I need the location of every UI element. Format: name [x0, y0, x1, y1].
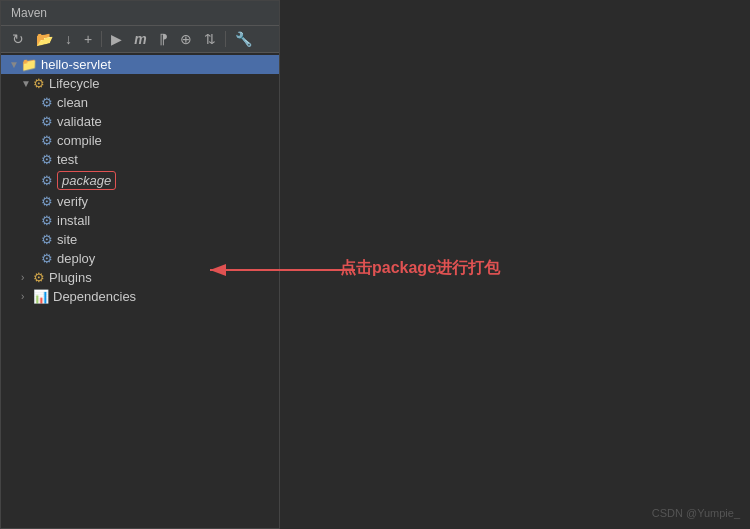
settings-button[interactable]: 🔧 [232, 30, 255, 48]
install-gear-icon: ⚙ [41, 213, 53, 228]
install-label: install [57, 213, 90, 228]
clean-label: clean [57, 95, 88, 110]
site-item[interactable]: ⚙ site [1, 230, 279, 249]
install-item[interactable]: ⚙ install [1, 211, 279, 230]
lifecycle-icon: ⚙ [33, 76, 45, 91]
validate-item[interactable]: ⚙ validate [1, 112, 279, 131]
test-label: test [57, 152, 78, 167]
clean-gear-icon: ⚙ [41, 95, 53, 110]
dependencies-label: Dependencies [53, 289, 136, 304]
plugins-label: Plugins [49, 270, 92, 285]
lifecycle-item[interactable]: ▼ ⚙ Lifecycle [1, 74, 279, 93]
package-gear-icon: ⚙ [41, 173, 53, 188]
refresh-button[interactable]: ↻ [9, 30, 27, 48]
lifecycle-label: Lifecycle [49, 76, 100, 91]
site-label: site [57, 232, 77, 247]
maven-tree: ▼ 📁 hello-servlet ▼ ⚙ Lifecycle ⚙ clean … [1, 53, 279, 528]
toolbar: ↻ 📂 ↓ + ▶ m ⁋ ⊕ ⇅ 🔧 [1, 26, 279, 53]
test-item[interactable]: ⚙ test [1, 150, 279, 169]
annotation-arrow [200, 255, 360, 285]
root-folder-icon: 📁 [21, 57, 37, 72]
verify-item[interactable]: ⚙ verify [1, 192, 279, 211]
execute-button[interactable]: ⊕ [177, 30, 195, 48]
plugins-arrow: › [21, 272, 33, 283]
open-folder-button[interactable]: 📂 [33, 30, 56, 48]
deps-arrow: › [21, 291, 33, 302]
site-gear-icon: ⚙ [41, 232, 53, 247]
deploy-label: deploy [57, 251, 95, 266]
plugins-icon: ⚙ [33, 270, 45, 285]
validate-gear-icon: ⚙ [41, 114, 53, 129]
root-label: hello-servlet [41, 57, 111, 72]
clean-item[interactable]: ⚙ clean [1, 93, 279, 112]
compile-gear-icon: ⚙ [41, 133, 53, 148]
package-label: package [57, 171, 116, 190]
root-arrow: ▼ [9, 59, 21, 70]
compile-label: compile [57, 133, 102, 148]
test-gear-icon: ⚙ [41, 152, 53, 167]
skip-button[interactable]: ⁋ [156, 30, 171, 48]
deploy-gear-icon: ⚙ [41, 251, 53, 266]
separator-2 [225, 31, 226, 47]
annotation-text: 点击package进行打包 [340, 258, 500, 279]
tree-root-item[interactable]: ▼ 📁 hello-servlet [1, 55, 279, 74]
maven-button[interactable]: m [131, 30, 149, 48]
add-button[interactable]: + [81, 30, 95, 48]
compile-item[interactable]: ⚙ compile [1, 131, 279, 150]
validate-label: validate [57, 114, 102, 129]
separator-1 [101, 31, 102, 47]
split-button[interactable]: ⇅ [201, 30, 219, 48]
panel-header: Maven [1, 1, 279, 26]
package-item[interactable]: ⚙ package [1, 169, 279, 192]
panel-title: Maven [11, 6, 47, 20]
run-button[interactable]: ▶ [108, 30, 125, 48]
lifecycle-arrow: ▼ [21, 78, 33, 89]
verify-label: verify [57, 194, 88, 209]
download-button[interactable]: ↓ [62, 30, 75, 48]
verify-gear-icon: ⚙ [41, 194, 53, 209]
dependencies-icon: 📊 [33, 289, 49, 304]
dependencies-item[interactable]: › 📊 Dependencies [1, 287, 279, 306]
watermark: CSDN @Yumpie_ [652, 507, 740, 519]
